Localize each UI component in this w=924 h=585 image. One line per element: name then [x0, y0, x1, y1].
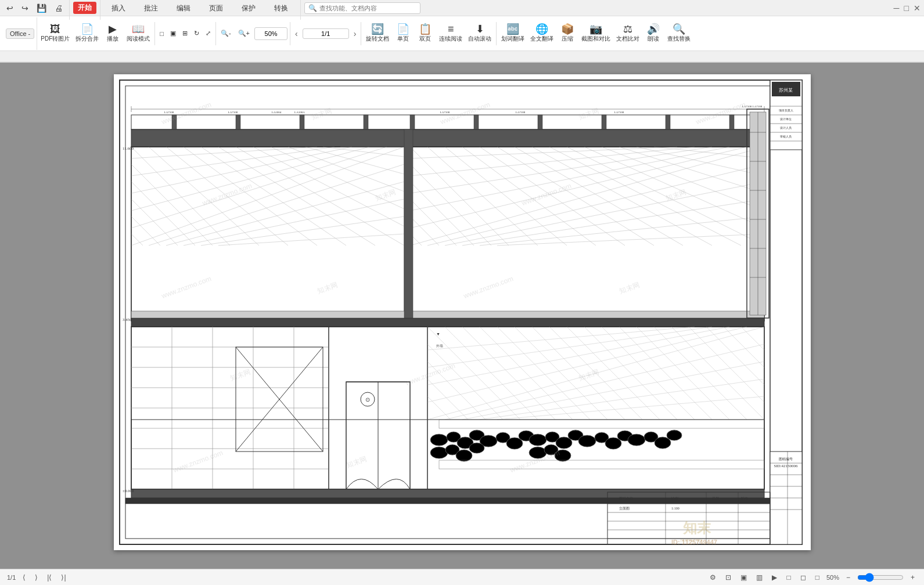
play-status-btn[interactable]: ▶ [770, 572, 779, 583]
rotate-doc-btn[interactable]: 🔄 旋转文档 [364, 23, 391, 44]
split-merge-icon: 📄 [81, 24, 94, 34]
single-page-btn[interactable]: 📄 单页 [393, 23, 414, 44]
rotate-icon: 🔄 [371, 24, 384, 34]
zoom-out-btn[interactable]: 🔍- [218, 28, 233, 38]
pdf-to-image-btn[interactable]: 🖼 PDF转图片 [38, 23, 72, 44]
double-page-label: 双页 [419, 35, 431, 43]
view-mode-single-btn[interactable]: ▣ [738, 572, 749, 583]
svg-text:日期: 日期 [712, 497, 719, 500]
svg-text:设计单位: 设计单位 [780, 117, 792, 121]
auto-scroll-btn[interactable]: ⬇ 自动滚动 [466, 23, 494, 44]
play-btn[interactable]: ▶ 播放 [102, 23, 123, 44]
doc-compare-btn[interactable]: ⚖ 文档比对 [614, 23, 642, 44]
single-page-label: 单页 [397, 35, 409, 43]
view-continuous-icon[interactable]: ⊞ [180, 28, 190, 38]
read-aloud-icon: 🔊 [647, 24, 660, 34]
svg-text:外墙: 外墙 [436, 344, 443, 348]
prev-page-btn[interactable]: ‹ [293, 28, 300, 39]
screenshot-btn[interactable]: 📷 截图和对比 [579, 23, 613, 44]
view-double-icon[interactable]: ▣ [168, 28, 178, 38]
compress-btn[interactable]: 📦 压缩 [557, 23, 578, 44]
full-translate-btn[interactable]: 🌐 全文翻译 [528, 23, 556, 44]
zoom-in-btn[interactable]: 🔍+ [236, 28, 252, 38]
document-page: www.znzmo.com 知末网 www.znzmo.com 知末网 www.… [114, 74, 811, 550]
tab-annotate[interactable]: 批注 [136, 1, 166, 16]
svg-point-158 [430, 447, 448, 458]
status-left: 1/1 ⟨ ⟩ |⟨ ⟩| [7, 572, 69, 583]
view-mode-1-btn[interactable]: □ [784, 572, 793, 583]
double-page-icon: 📋 [419, 24, 432, 34]
svg-rect-181 [236, 115, 240, 129]
page-navigation: ‹ › [293, 28, 358, 39]
nav-start-btn[interactable]: |⟨ [45, 572, 54, 583]
prev-page-status-btn[interactable]: ⟨ [20, 572, 28, 583]
print-btn[interactable]: 🖨 [52, 2, 66, 15]
separator [69, 0, 70, 20]
read-aloud-btn[interactable]: 🔊 朗读 [643, 23, 664, 44]
zoom-status: 50% [826, 574, 839, 581]
svg-text:项目负责人: 项目负责人 [778, 109, 793, 112]
next-page-btn[interactable]: › [351, 28, 359, 39]
view-mode-2-btn[interactable]: ◻ [798, 572, 808, 583]
save-btn[interactable]: 💾 [34, 2, 49, 15]
double-page-btn[interactable]: 📋 双页 [415, 23, 436, 44]
next-page-status-btn[interactable]: ⟩ [33, 572, 40, 583]
nav-end-btn[interactable]: ⟩| [59, 572, 68, 583]
svg-rect-186 [538, 115, 542, 129]
svg-point-150 [430, 434, 448, 446]
play-label: 播放 [107, 35, 118, 43]
compress-label: 压缩 [562, 35, 573, 43]
maximize-btn[interactable]: □ [904, 3, 909, 13]
minimize-btn[interactable]: ─ [894, 3, 900, 13]
read-mode-btn[interactable]: 📖 阅读模式 [124, 23, 152, 44]
status-right: ⚙ ⊡ ▣ ▥ ▶ □ ◻ □ 50% − + [707, 572, 917, 583]
svg-point-161 [469, 443, 484, 453]
page-input[interactable] [303, 28, 349, 39]
split-merge-btn[interactable]: 📄 拆分合并 [73, 23, 101, 44]
tab-insert[interactable]: 插入 [104, 1, 133, 16]
close-btn[interactable]: ✕ [914, 3, 921, 13]
continuous-btn[interactable]: ≡ 连续阅读 [437, 23, 465, 44]
tab-edit[interactable]: 编辑 [169, 1, 198, 16]
view-rotate-icon[interactable]: ↻ [192, 28, 202, 38]
start-button[interactable]: 开始 [73, 2, 96, 14]
svg-text:±0.000: ±0.000 [123, 489, 134, 493]
sep2 [215, 22, 216, 45]
sep5 [496, 22, 497, 45]
zoom-in-status[interactable]: + [908, 572, 917, 583]
zoom-input[interactable]: 50% [255, 30, 287, 37]
single-page-icon: 📄 [397, 24, 409, 34]
rotate-label: 旋转文档 [366, 35, 389, 43]
svg-text:知末: 知末 [682, 521, 711, 536]
undo-btn[interactable]: ↩ [3, 2, 16, 15]
search-input[interactable] [319, 5, 416, 12]
view-mode-scroll-btn[interactable]: ▥ [754, 572, 765, 583]
zoom-out-status[interactable]: − [844, 572, 853, 583]
tab-protect[interactable]: 保护 [234, 1, 263, 16]
view-fit-icon[interactable]: ⤢ [203, 28, 213, 38]
full-translate-label: 全文翻译 [530, 35, 553, 43]
view-mode-3-btn[interactable]: □ [813, 572, 822, 583]
find-replace-btn[interactable]: 🔍 查找替换 [665, 23, 693, 44]
svg-rect-94 [131, 318, 764, 327]
sep1 [154, 22, 155, 45]
word-translate-btn[interactable]: 🔤 划词翻译 [499, 23, 527, 44]
tab-convert[interactable]: 转换 [267, 1, 296, 16]
read-aloud-label: 朗读 [648, 35, 659, 43]
svg-text:LA7108: LA7108 [614, 111, 624, 114]
read-mode-icon: 📖 [132, 24, 145, 34]
redo-btn[interactable]: ↪ [19, 2, 31, 15]
svg-text:LA1004: LA1004 [271, 111, 281, 114]
svg-text:审核人员: 审核人员 [780, 135, 792, 138]
svg-rect-95 [131, 311, 764, 318]
tab-page[interactable]: 页面 [202, 1, 231, 16]
split-merge-label: 拆分合并 [75, 35, 99, 43]
office-button[interactable]: Office - [6, 28, 34, 39]
view-single-icon[interactable]: □ [157, 29, 166, 38]
search-icon: 🔍 [308, 4, 317, 12]
zoom-slider[interactable] [857, 573, 904, 582]
settings-icon[interactable]: ⚙ [707, 572, 718, 583]
svg-text:LA7108: LA7108 [164, 111, 174, 114]
svg-rect-188 [666, 115, 670, 129]
fit-page-btn[interactable]: ⊡ [723, 572, 734, 583]
